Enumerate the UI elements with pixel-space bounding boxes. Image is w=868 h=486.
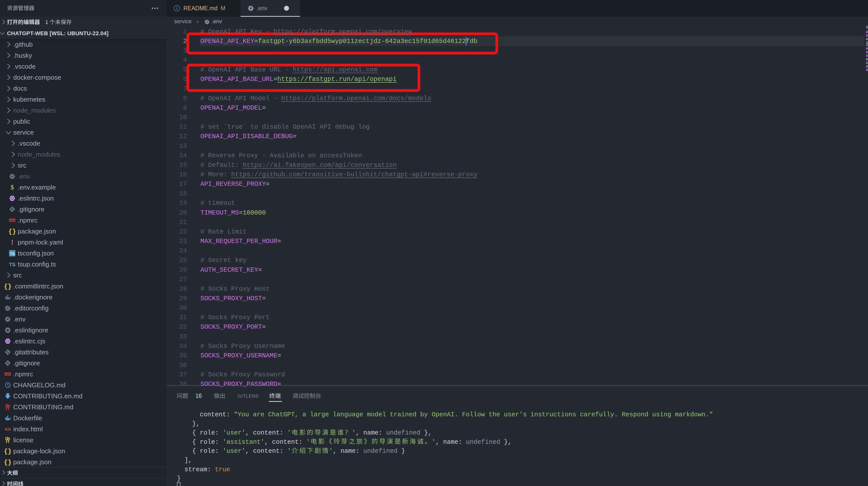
svg-text:{}: {} <box>4 459 11 465</box>
svg-text:$: $ <box>10 184 14 191</box>
svg-text:{}: {} <box>9 228 16 235</box>
svg-text:npm: npm <box>9 219 15 222</box>
svg-text:TS: TS <box>10 252 14 256</box>
svg-text:<>: <> <box>4 426 11 432</box>
svg-text:{}: {} <box>4 283 11 290</box>
svg-text:!: ! <box>11 239 13 246</box>
svg-text:TS: TS <box>9 262 16 267</box>
svg-text:npm: npm <box>5 373 11 376</box>
svg-text:{}: {} <box>4 448 11 455</box>
